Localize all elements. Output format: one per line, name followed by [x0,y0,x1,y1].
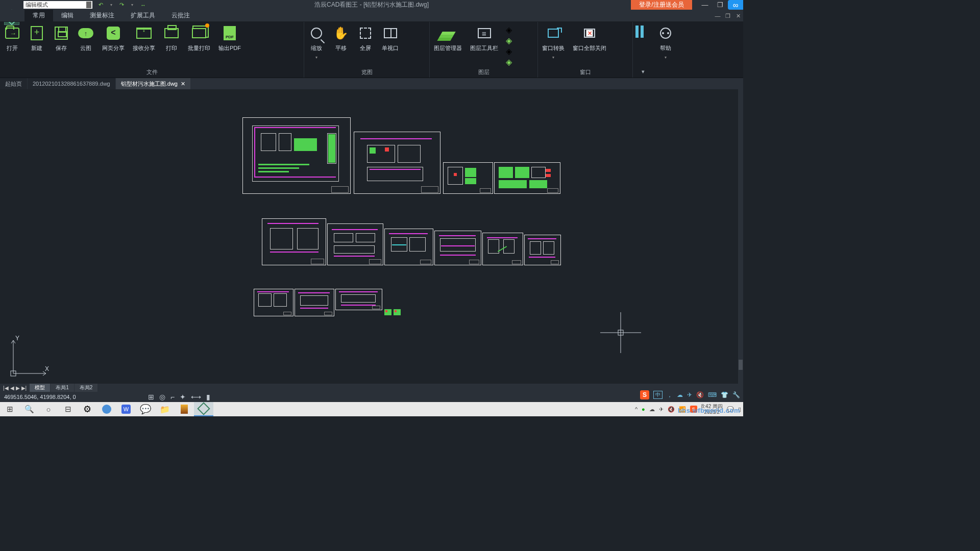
cloud-button[interactable]: 云图 [74,25,98,52]
cortana-icon[interactable]: ○ [39,402,58,416]
prev-icon[interactable]: ◀ [10,385,14,391]
tray-plane-icon[interactable]: ✈ [659,406,664,413]
ime-lang[interactable]: 中 [653,391,663,399]
doc-minimize-icon[interactable]: — [713,10,723,22]
grid-snap-icon[interactable]: ⊞ [148,393,154,401]
app-title: 浩辰CAD看图王 - [铝型材污水施工图.dwg] [314,1,429,9]
doc-tab-start[interactable]: 起始页 [0,78,27,89]
login-button[interactable]: 登录/注册送会员 [631,0,692,10]
taskbar-app-explorer[interactable]: 📁 [155,402,175,416]
dropdown-icon[interactable]: ▾ [131,3,133,7]
layer-item-icon[interactable]: ◈ [504,46,513,56]
ime-skin-icon[interactable]: 👕 [721,391,728,398]
layer-manager-button[interactable]: 图层管理器 [430,25,466,52]
sogou-icon[interactable]: S [640,390,649,399]
minimize-icon[interactable]: — [697,0,713,10]
svg-line-1 [11,340,13,343]
watermark: bhs.wfbworld.com [678,407,740,414]
ime-cloud-icon[interactable]: ☁ [677,391,683,398]
zoom-button[interactable]: 缩放▾ [304,25,329,60]
group-label-view: 览图 [304,68,429,78]
pause-icon[interactable] [635,27,644,36]
taskbar-app-misc[interactable] [175,402,194,416]
pan-button[interactable]: 平移 [329,25,353,52]
tab-extend[interactable]: 扩展工具 [122,10,163,21]
ucs-icon: Y X [9,335,50,379]
receive-share-button[interactable]: 接收分享 [129,25,159,52]
layer-item-icon[interactable]: ◈ [504,25,513,34]
taskview-icon[interactable]: ⊟ [58,402,78,416]
start-icon[interactable]: ⊞ [0,402,19,416]
window-switch-button[interactable]: 窗口转换▾ [538,25,569,60]
taskbar-app-browser[interactable] [97,402,116,416]
dropdown-icon[interactable]: ▾ [110,3,112,7]
export-pdf-button[interactable]: 输出PDF [214,25,245,52]
batch-print-button[interactable]: 批量打印 [184,25,214,52]
lineweight-icon[interactable]: ▮ [206,393,210,401]
search-icon[interactable]: 🔍 [19,402,39,416]
window-controls: — ❐ ∞ [697,0,743,10]
ime-keyboard-icon[interactable]: ⌨ [708,391,717,398]
ortho-icon[interactable]: ◎ [159,393,165,401]
tab-common[interactable]: 常用 [24,10,53,21]
group-label-file: 文件 [0,68,304,78]
taskbar-app-wechat[interactable]: 💬 [136,402,155,416]
tab-edit[interactable]: 编辑 [53,10,82,21]
svg-text:X: X [45,365,49,372]
redo-icon[interactable]: ↷ [119,2,124,8]
ime-plane-icon[interactable]: ✈ [687,391,692,398]
mode-dropdown[interactable]: 编辑模式 [23,1,92,9]
first-icon[interactable]: |◀ [3,385,9,391]
ime-punct-icon[interactable]: ， [667,391,673,399]
taskbar-app-obs[interactable]: ⚙ [78,402,97,416]
tab-measure[interactable]: 测量标注 [82,10,122,21]
ime-tool-icon[interactable]: 🔧 [732,391,740,398]
close-tab-icon[interactable]: ✕ [181,81,185,87]
open-button[interactable]: 打开 [0,25,24,52]
layer-stack: ◈ ◈ ◈ ◈ [502,25,516,66]
polar-icon[interactable]: ⌐ [170,393,175,401]
vertical-scrollbar[interactable] [738,89,743,384]
doc-close-icon[interactable]: ✕ [733,10,743,22]
ime-bar: S 中 ， ☁ ✈ 🔇 ⌨ 👕 🔧 [640,388,743,402]
layer-toolbar-button[interactable]: 图层工具栏 [466,25,502,52]
last-icon[interactable]: ▶| [21,385,27,391]
ime-mute-icon[interactable]: 🔇 [696,391,704,398]
layout-tab-model[interactable]: 模型 [30,384,50,392]
link-icon[interactable]: ∞ [728,0,743,10]
new-button[interactable]: 新建 [24,25,49,52]
fullscreen-button[interactable]: 全屏 [353,25,378,52]
otrack-icon[interactable]: ⟷ [191,393,201,401]
tray-security-icon[interactable]: ● [642,406,645,412]
print-button[interactable]: 打印 [159,25,184,52]
save-button[interactable]: 保存 [49,25,74,52]
layer-item-icon[interactable]: ◈ [504,57,513,66]
taskbar-app-cad[interactable] [194,402,213,416]
snap-toggles: ⊞ ◎ ⌐ ✦ ⟷ ▮ [148,393,210,401]
layer-item-icon[interactable]: ◈ [504,36,513,45]
help-button[interactable]: 帮助▾ [653,25,678,60]
tab-cloud[interactable]: 云批注 [163,10,198,21]
status-bar: 469516.5046, 41998.8204, 0 ⊞ ◎ ⌐ ✦ ⟷ ▮ S… [0,392,743,402]
windows-taskbar: ⊞ 🔍 ○ ⊟ ⚙ W 💬 📁 ^ ● ☁ ✈ 🔇 📶 S 8:42 周四 20… [0,402,743,416]
menu-bar: 常用 编辑 测量标注 扩展工具 云批注 — ❐ ✕ [0,10,743,22]
doc-tab-file2[interactable]: 铝型材污水施工图.dwg✕ [116,78,190,89]
tray-onedrive-icon[interactable]: ☁ [649,406,655,413]
tray-chevron-icon[interactable]: ^ [635,406,638,412]
next-icon[interactable]: ▶ [16,385,20,391]
brush-icon[interactable]: ↔ [140,2,146,8]
doc-restore-icon[interactable]: ❐ [723,10,733,22]
tray-volume-icon[interactable]: 🔇 [668,406,675,413]
osnap-icon[interactable]: ✦ [180,393,186,401]
crosshair-cursor [600,312,641,353]
drawing-canvas[interactable]: Y X [0,89,743,384]
window-close-all-button[interactable]: 窗口全部关闭 [569,25,610,52]
web-share-button[interactable]: 网页分享 [98,25,129,52]
single-viewport-button[interactable]: 单视口 [378,25,403,52]
layout-tab-1[interactable]: 布局1 [51,384,74,392]
doc-tab-file1[interactable]: 201202101328861637889.dwg [28,78,115,89]
undo-icon[interactable]: ↶ [99,2,103,8]
taskbar-app-wps[interactable]: W [116,402,136,416]
restore-icon[interactable]: ❐ [713,0,728,10]
layout-tab-2[interactable]: 布局2 [75,384,98,392]
